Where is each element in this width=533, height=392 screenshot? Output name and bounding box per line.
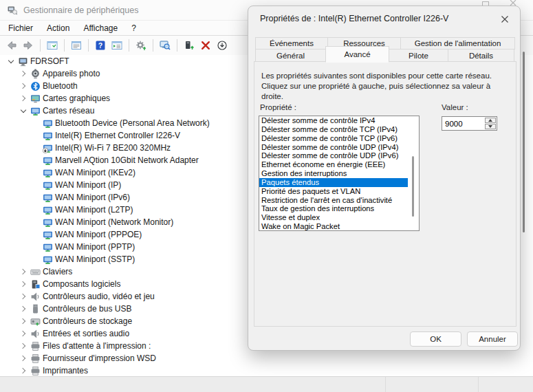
forward-button[interactable] [21,38,36,53]
toolbar-separator [153,39,153,52]
usb-icon [30,304,41,314]
network-icon [43,168,53,178]
network-icon [43,193,53,203]
tree-item-label: WAN Miniport (PPTP) [55,242,135,252]
chevron-right-icon[interactable] [18,316,29,327]
chevron-right-icon[interactable] [18,80,29,91]
tree-item-imprimantes[interactable]: Imprimantes [0,364,533,376]
chevron-right-icon[interactable] [18,303,29,314]
toolbar-separator [40,39,41,52]
tab-pilote[interactable]: Pilote [389,49,448,62]
printer-icon [30,353,41,364]
list-scrollbar[interactable] [412,156,414,217]
tab-g-n-ral[interactable]: Général [255,49,326,62]
scan-hardware-icon [160,40,171,51]
chevron-down-icon[interactable] [6,56,17,67]
cancel-button[interactable]: Annuler [467,331,518,347]
tree-item-label: Contrôleurs de stockage [43,316,132,326]
property-item-priorit-des-paquets-et-vlan[interactable]: Priorité des paquets et VLAN [259,187,408,196]
back-button[interactable] [4,38,19,53]
network-disabled-icon [43,143,53,153]
properties-dialog: Propriétés de : Intel(R) Ethernet Contro… [248,6,521,351]
tree-item-fournisseur-d-impression-wsd[interactable]: Fournisseur d'impression WSD [0,352,533,364]
property-item-ethernet-conome-en-nergie-eee[interactable]: Ethernet économe en énergie (EEE) [259,160,408,169]
spin-up-button[interactable] [485,118,496,123]
menu-item-fichier[interactable]: Fichier [1,22,40,34]
chevron-right-icon[interactable] [18,328,29,339]
tree-item-label: WAN Miniport (IPv6) [55,193,130,202]
tab-d-tails[interactable]: Détails [448,49,514,62]
scan-hardware-button[interactable] [157,38,173,53]
tree-item-label: Cartes réseau [43,106,94,116]
property-item-d-lester-somme-de-contr-le-tcp-ipv4[interactable]: Délester somme de contrôle TCP (IPv4) [259,125,408,134]
tree-item-label: Imprimantes [43,366,88,375]
chevron-down-icon[interactable] [18,105,29,116]
network-icon [43,254,53,265]
property-items: Délester somme de contrôle IPv4Délester … [259,116,419,231]
action-pane-button[interactable] [109,38,124,53]
property-item-vitesse-et-duplex[interactable]: Vitesse et duplex [259,213,408,222]
property-item-gestion-des-interruptions[interactable]: Gestion des interruptions [259,169,408,178]
camera-icon [30,69,41,79]
chevron-spacer [30,155,41,166]
property-item-d-lester-somme-de-contr-le-udp-ipv4[interactable]: Délester somme de contrôle UDP (IPv4) [259,143,408,152]
menu-item-action[interactable]: Action [40,22,76,34]
display-icon [30,94,41,104]
property-item-wake-on-magic-packet[interactable]: Wake on Magic Packet [259,222,408,231]
console-tree-button[interactable] [45,38,60,53]
computer-icon [18,56,28,67]
property-item-paquets-tendus[interactable]: Paquets étendus [259,178,408,187]
disable-device-button[interactable] [215,38,230,53]
back-icon [6,40,17,51]
add-driver-icon [184,40,195,51]
update-driver-button[interactable] [133,38,149,53]
dialog-close-button[interactable] [497,12,512,28]
chevron-right-icon[interactable] [18,68,29,79]
property-item-d-lester-somme-de-contr-le-tcp-ipv6[interactable]: Délester somme de contrôle TCP (IPv6) [259,134,408,143]
menu-item-[interactable]: ? [124,22,143,34]
chevron-spacer [30,118,41,129]
disable-device-icon [217,40,228,51]
window-scrollbar[interactable] [523,52,525,232]
properties-button[interactable] [69,38,84,53]
ok-button[interactable]: OK [410,331,461,347]
uninstall-button[interactable] [198,38,213,53]
tree-item-label: Fournisseur d'impression WSD [43,353,156,363]
network-icon [43,205,53,215]
chevron-right-icon[interactable] [18,365,29,376]
tree-item-label: Contrôleurs audio, vidéo et jeu [43,292,155,301]
value-input[interactable] [442,117,484,130]
printer-icon [30,341,41,351]
chevron-right-icon[interactable] [18,340,29,351]
toolbar-separator [129,39,129,52]
panel-description: Les propriétés suivantes sont disponible… [261,71,510,102]
tree-item-label: WAN Miniport (IKEv2) [55,168,135,177]
chevron-right-icon[interactable] [18,266,29,277]
help-button[interactable]: ? [93,38,108,53]
chevron-right-icon[interactable] [18,291,29,302]
chevron-spacer [30,254,41,265]
chevron-right-icon[interactable] [18,279,29,290]
spin-down-button[interactable] [485,124,496,129]
value-label: Valeur : [442,103,468,111]
menu-item-affichage[interactable]: Affichage [76,22,124,34]
tab-avanc[interactable]: Avancé [325,46,389,63]
property-item-d-lester-somme-de-contr-le-ipv4[interactable]: Délester somme de contrôle IPv4 [259,116,408,125]
network-icon [43,242,53,252]
property-item-d-lester-somme-de-contr-le-udp-ipv6[interactable]: Délester somme de contrôle UDP (IPv6) [259,151,408,160]
add-driver-button[interactable] [182,38,197,53]
property-item-taux-de-gestion-des-interruptions[interactable]: Taux de gestion des interruptions [259,204,408,213]
tree-item-label: Cartes graphiques [43,94,110,103]
console-tree-icon [47,40,58,51]
uninstall-icon [200,40,211,51]
tab-v-nements[interactable]: Événements [255,37,328,50]
property-item-restriction-de-l-arr-t-en-cas-d-inactivit[interactable]: Restriction de l'arrêt en cas d'inactivi… [259,196,408,205]
chevron-spacer [30,241,41,252]
chevron-right-icon[interactable] [18,93,29,104]
action-pane-icon [111,40,122,51]
tab-gestion-de-l-alimentation[interactable]: Gestion de l'alimentation [400,37,515,50]
tree-item-label: Bluetooth [43,81,78,91]
network-icon [43,118,53,129]
chevron-spacer [30,217,41,228]
chevron-right-icon[interactable] [18,353,29,364]
